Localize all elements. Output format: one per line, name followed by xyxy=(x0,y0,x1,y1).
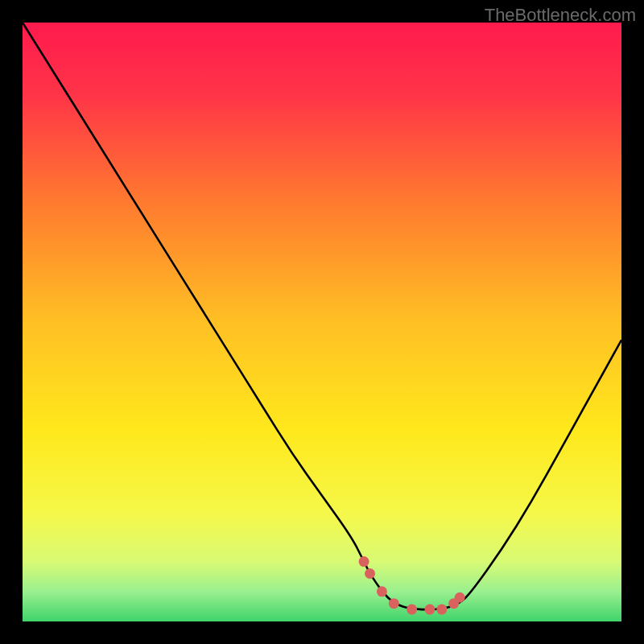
curve-marker xyxy=(436,605,447,615)
curve-marker xyxy=(377,586,387,597)
curve-marker xyxy=(455,592,465,603)
curve-marker xyxy=(389,598,399,609)
chart-svg xyxy=(23,23,621,621)
chart-plot-area xyxy=(23,23,621,621)
curve-marker xyxy=(365,568,375,579)
gradient-background xyxy=(23,23,621,621)
curve-marker xyxy=(407,605,417,615)
curve-marker xyxy=(359,556,369,567)
watermark-text: TheBottleneck.com xyxy=(485,5,636,26)
curve-marker xyxy=(424,605,435,615)
